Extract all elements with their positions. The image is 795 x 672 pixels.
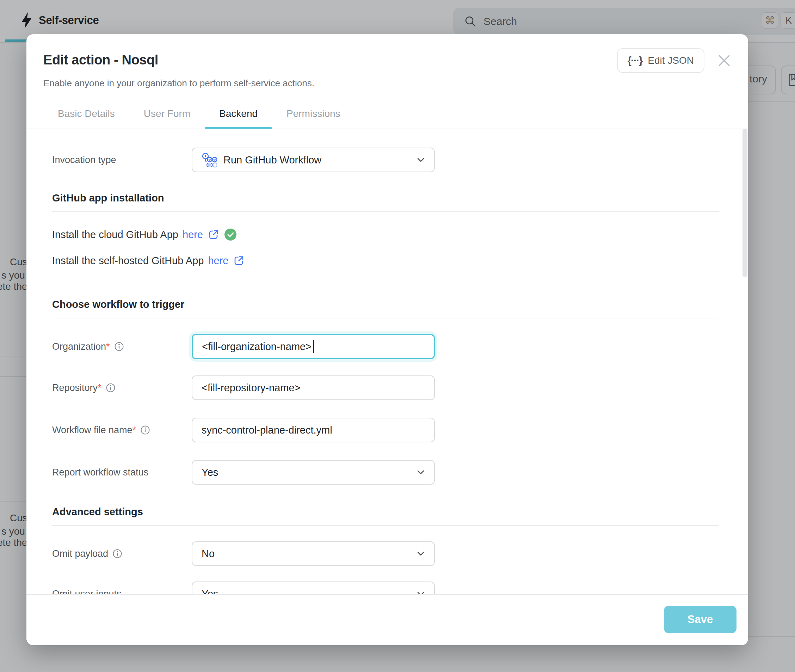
chevron-down-icon (416, 549, 426, 558)
tab-backend[interactable]: Backend (205, 102, 272, 128)
workflow-section-heading: Choose workflow to trigger (52, 298, 719, 310)
github-workflow-icon (202, 152, 217, 168)
text-caret (313, 340, 314, 353)
chevron-down-icon (416, 467, 426, 477)
report-workflow-status-select[interactable]: Yes (192, 460, 435, 485)
edit-action-modal: Edit action - Nosql {···} Edit JSON Enab… (26, 34, 748, 645)
report-workflow-status-row: Report workflow status Yes (52, 460, 719, 485)
invocation-type-label: Invocation type (52, 155, 116, 166)
repository-input[interactable]: <fill-repository-name> (192, 376, 435, 400)
workflow-file-name-row: Workflow file name* sync-control-plane-d… (52, 418, 719, 442)
omit-payload-label: Omit payload (52, 548, 108, 559)
modal-tabs: Basic Details User Form Backend Permissi… (26, 102, 748, 129)
chevron-down-icon (416, 589, 426, 594)
braces-icon: {···} (628, 55, 643, 67)
external-link-icon[interactable] (208, 229, 219, 240)
save-button[interactable]: Save (664, 606, 737, 633)
omit-user-inputs-row: Omit user inputs Yes (52, 581, 719, 594)
invocation-type-select[interactable]: Run GitHub Workflow (192, 147, 435, 172)
repository-label: Repository* (52, 382, 101, 394)
omit-payload-select[interactable]: No (192, 541, 435, 566)
omit-user-inputs-label: Omit user inputs (52, 589, 122, 595)
workflow-file-name-input[interactable]: sync-control-plane-direct.yml (192, 418, 435, 442)
modal-footer: Save (26, 594, 748, 645)
external-link-icon[interactable] (233, 255, 245, 266)
chevron-down-icon (416, 155, 426, 165)
modal-title: Edit action - Nosql (43, 50, 158, 70)
install-self-hosted-here-link[interactable]: here (208, 255, 228, 267)
tab-user-form[interactable]: User Form (129, 102, 205, 128)
organization-label: Organization* (52, 341, 110, 352)
tab-permissions[interactable]: Permissions (272, 102, 354, 128)
edit-json-button[interactable]: {···} Edit JSON (617, 48, 704, 73)
close-icon[interactable] (717, 54, 731, 68)
invocation-type-row: Invocation type Run (52, 147, 719, 172)
modal-scrollbar[interactable] (742, 128, 747, 277)
info-icon[interactable] (112, 549, 122, 558)
screen: Self-service Search ⌘ K tory (0, 0, 795, 672)
success-check-icon (224, 228, 237, 241)
organization-row: Organization* <fill-organization-name> (52, 334, 719, 359)
advanced-section-heading: Advanced settings (52, 506, 719, 518)
omit-payload-row: Omit payload No (52, 541, 719, 566)
section-divider (52, 525, 719, 526)
info-icon[interactable] (114, 342, 124, 352)
report-workflow-status-label: Report workflow status (52, 467, 148, 478)
install-cloud-line: Install the cloud GitHub App here (52, 227, 719, 242)
tab-basic-details[interactable]: Basic Details (43, 102, 129, 128)
section-divider (52, 211, 719, 212)
info-icon[interactable] (140, 425, 150, 435)
repository-row: Repository* <fill-repository-name> (52, 376, 719, 400)
install-cloud-here-link[interactable]: here (183, 229, 203, 240)
omit-user-inputs-select[interactable]: Yes (192, 581, 435, 594)
modal-header: Edit action - Nosql {···} Edit JSON Enab… (26, 34, 748, 89)
organization-input[interactable]: <fill-organization-name> (192, 334, 435, 359)
modal-subtitle: Enable anyone in your organization to pe… (43, 77, 731, 89)
info-icon[interactable] (106, 383, 115, 393)
section-divider (52, 318, 719, 318)
modal-body: Invocation type Run (26, 128, 748, 594)
github-app-section-heading: GitHub app installation (52, 192, 719, 204)
workflow-file-name-label: Workflow file name* (52, 425, 136, 436)
install-self-hosted-line: Install the self-hosted GitHub App here (52, 254, 719, 268)
